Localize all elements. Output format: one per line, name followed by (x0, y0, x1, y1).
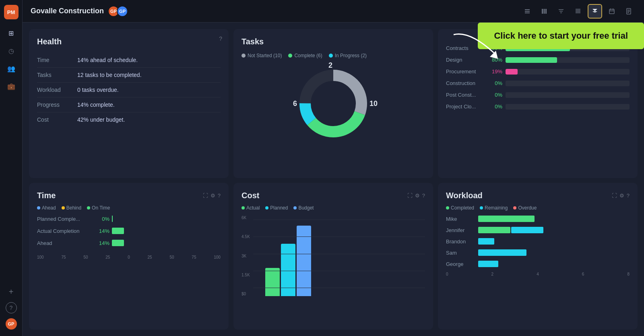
workload-chart-row: Mike (446, 216, 630, 222)
legend-label: Remaining (485, 205, 508, 211)
sidebar-item-profile[interactable]: GP (4, 317, 19, 331)
dashboard-view-btn[interactable] (588, 4, 602, 19)
time-row-pct: 0% (93, 216, 109, 222)
filter-btn[interactable] (554, 4, 568, 19)
legend-label: Not Started (10) (248, 53, 282, 58)
expand-icon-time[interactable]: ⛶ (203, 193, 208, 199)
svg-rect-0 (525, 9, 530, 10)
progress-bar-pct: 0% (486, 92, 502, 98)
svg-rect-12 (576, 12, 580, 13)
main-content: Health ? Time14% ahead of schedule.Tasks… (23, 23, 644, 336)
sidebar-item-history[interactable]: ◷ (4, 44, 19, 58)
gear-icon-time[interactable]: ⚙ (211, 193, 215, 199)
progress-bar-pct: 0% (486, 104, 502, 110)
time-legend-item: Behind (62, 205, 81, 211)
legend-dot (62, 206, 65, 209)
expand-icon-cost[interactable]: ⛶ (407, 193, 413, 199)
sidebar-item-add[interactable]: + (4, 284, 19, 299)
health-row: Time14% ahead of schedule. (37, 53, 221, 68)
legend-label: Ahead (42, 205, 56, 211)
time-row-label: Planned Comple... (37, 216, 93, 222)
legend-label: Planned (270, 205, 288, 211)
health-row: Workload0 tasks overdue. (37, 83, 221, 97)
columns-view-btn[interactable] (537, 4, 551, 19)
tasks-legend-item: Not Started (10) (242, 53, 282, 58)
legend-dot (265, 206, 268, 209)
calendar-view-btn[interactable] (605, 4, 619, 19)
app-logo[interactable]: PM (4, 5, 19, 19)
progress-bar-track (506, 81, 630, 86)
workload-bar-remaining (478, 261, 498, 267)
health-row-label: Cost (37, 112, 77, 127)
progress-bar-label: Post Const... (446, 92, 486, 98)
time-legend-item: Ahead (37, 205, 56, 211)
avatar-2: GP (117, 6, 128, 17)
svg-rect-11 (576, 11, 580, 12)
health-help-icon[interactable]: ? (219, 35, 222, 42)
sidebar-item-team[interactable]: 👥 (4, 61, 19, 76)
health-table: Time14% ahead of schedule.Tasks12 tasks … (37, 53, 221, 127)
time-legend-item: On Time (87, 205, 110, 211)
doc-view-btn[interactable] (621, 4, 636, 19)
legend-label: Completed (451, 205, 474, 211)
legend-dot (513, 206, 516, 209)
help-icon-cost[interactable]: ? (422, 193, 425, 199)
gear-icon-workload[interactable]: ⚙ (619, 193, 624, 199)
header: Govalle Construction GP GP (23, 0, 644, 23)
health-row-value: 14% complete. (77, 97, 221, 112)
cost-legend: ActualPlannedBudget (242, 205, 425, 211)
legend-label: On Time (92, 205, 110, 211)
tasks-chart-area: 6 2 10 (242, 63, 425, 144)
sidebar-item-portfolio[interactable]: 💼 (4, 79, 19, 93)
progress-bar-track (506, 57, 630, 63)
workload-bar-remaining (478, 249, 526, 256)
health-row-label: Progress (37, 97, 77, 112)
legend-dot (288, 54, 292, 58)
cost-card-icons: ⛶ ⚙ ? (407, 193, 425, 199)
donut-label-right: 10 (369, 100, 378, 108)
cost-bar-group-1 (265, 226, 311, 296)
expand-icon-workload[interactable]: ⛶ (612, 193, 617, 199)
health-row-value: 14% ahead of schedule. (77, 53, 221, 68)
list-view-btn[interactable] (520, 4, 535, 19)
help-icon-workload[interactable]: ? (627, 193, 630, 199)
sidebar-item-help[interactable]: ? (6, 302, 17, 313)
help-icon-time[interactable]: ? (218, 193, 221, 199)
health-row-label: Time (37, 53, 77, 68)
legend-label: In Progress (2) (335, 53, 367, 58)
cost-y-axis: 6K 4.5K 3K 1.5K $0 (242, 216, 250, 296)
workload-card-header: Workload ⛶ ⚙ ? (446, 191, 630, 200)
workload-row-label: George (446, 261, 478, 267)
workload-legend: CompletedRemainingOverdue (446, 205, 630, 211)
legend-label: Behind (66, 205, 81, 211)
health-row: Tasks12 tasks to be completed. (37, 68, 221, 83)
health-row: Progress14% complete. (37, 97, 221, 112)
time-row-bar (112, 216, 113, 222)
svg-rect-6 (559, 9, 564, 10)
legend-dot (87, 206, 90, 209)
sidebar-item-dashboard[interactable]: ⊞ (4, 26, 19, 40)
sidebar: PM ⊞ ◷ 👥 💼 + ? GP (0, 0, 23, 336)
tasks-legend: Not Started (10)Complete (6)In Progress … (242, 53, 425, 58)
workload-chart-row: Brandon (446, 238, 630, 245)
tasks-legend-item: Complete (6) (288, 53, 322, 58)
legend-label: Budget (298, 205, 314, 211)
svg-rect-7 (559, 11, 563, 12)
workload-card: Workload ⛶ ⚙ ? CompletedRemainingOverdue… (438, 183, 638, 330)
progress-bar-row: Post Const... 0% (446, 92, 630, 98)
table-view-btn[interactable] (571, 4, 585, 19)
gear-icon-cost[interactable]: ⚙ (415, 193, 420, 199)
trial-banner-text: Click here to start your free trial (494, 31, 628, 41)
progress-bar-track (506, 69, 630, 75)
donut-svg (293, 63, 374, 144)
svg-rect-8 (560, 12, 562, 13)
workload-row-label: Mike (446, 216, 478, 222)
time-x-axis: 100 75 50 25 0 25 50 75 100 (37, 252, 221, 259)
legend-dot (242, 54, 246, 58)
progress-bar-fill (506, 57, 557, 63)
time-row-label: Actual Completion (37, 228, 93, 234)
legend-dot (37, 206, 40, 209)
progress-bar-row: Procurement 19% (446, 68, 630, 75)
workload-row-bars (478, 227, 543, 233)
progress-bar-row: Project Clo... 0% (446, 104, 630, 110)
